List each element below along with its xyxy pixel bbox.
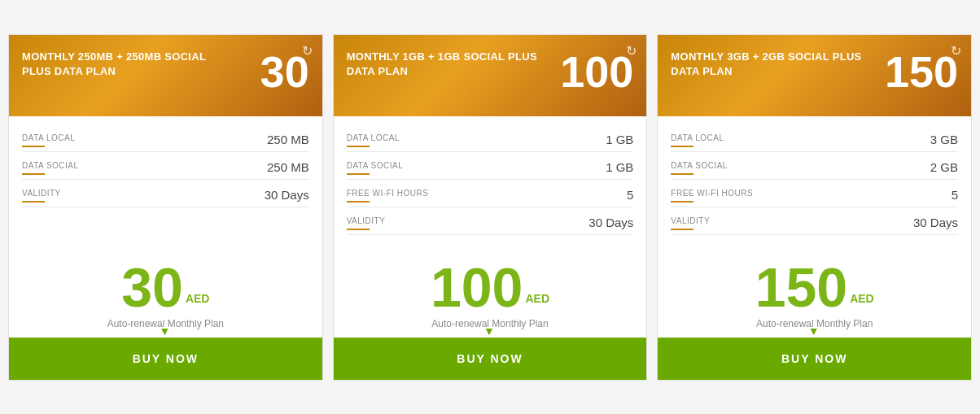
detail-value: 30 Days (265, 188, 309, 202)
card-details: DATA LOCAL250 MBDATA SOCIAL250 MBVALIDIT… (9, 116, 322, 243)
card-plan-150: ↻MONTHLY 3GB + 2GB SOCIAL PLUS DATA PLAN… (657, 34, 972, 381)
detail-label: FREE WI-FI HOURS (671, 189, 753, 201)
card-details: DATA LOCAL3 GBDATA SOCIAL2 GBFREE WI-FI … (658, 116, 971, 243)
detail-row: DATA SOCIAL2 GB (671, 152, 958, 180)
detail-label: DATA SOCIAL (347, 161, 404, 173)
price-currency: AED (850, 292, 874, 305)
detail-value: 2 GB (930, 160, 958, 174)
detail-row: DATA LOCAL250 MB (22, 124, 309, 152)
card-header: ↻MONTHLY 3GB + 2GB SOCIAL PLUS DATA PLAN… (658, 35, 971, 116)
detail-value: 5 (952, 188, 958, 202)
plan-header-number: 100 (560, 50, 633, 94)
card-plan-30: ↻MONTHLY 250MB + 250MB SOCIAL PLUS DATA … (8, 34, 323, 381)
detail-row: VALIDITY30 Days (671, 207, 958, 235)
price-number: 30 (121, 259, 183, 315)
price-section: 150AEDAuto-renewal Monthly Plan (658, 243, 971, 338)
detail-label: DATA LOCAL (22, 133, 75, 146)
detail-label: VALIDITY (347, 216, 386, 229)
detail-label: DATA LOCAL (347, 133, 400, 146)
detail-value: 250 MB (267, 133, 309, 146)
buy-now-button[interactable]: BUY NOW (658, 338, 971, 380)
buy-now-button[interactable]: BUY NOW (334, 338, 647, 380)
detail-label: FREE WI-FI HOURS (347, 189, 429, 201)
refresh-icon: ↻ (626, 43, 637, 59)
plan-header-number: 150 (885, 50, 958, 94)
detail-value: 30 Days (913, 216, 958, 229)
detail-row: DATA LOCAL3 GB (671, 124, 958, 152)
detail-value: 1 GB (606, 160, 633, 174)
detail-label: VALIDITY (22, 189, 61, 201)
price-number: 150 (755, 259, 847, 315)
detail-value: 5 (627, 188, 633, 202)
plan-title: MONTHLY 3GB + 2GB SOCIAL PLUS DATA PLAN (671, 50, 872, 79)
refresh-icon: ↻ (951, 43, 961, 59)
price-wrapper: 30AED (22, 259, 309, 315)
detail-value: 30 Days (588, 216, 633, 229)
price-number: 100 (431, 259, 523, 315)
card-header: ↻MONTHLY 250MB + 250MB SOCIAL PLUS DATA … (9, 35, 322, 116)
detail-label: VALIDITY (671, 216, 710, 229)
detail-value: 3 GB (930, 133, 958, 146)
detail-label: DATA LOCAL (671, 133, 724, 146)
price-wrapper: 150AED (671, 259, 958, 315)
price-section: 30AEDAuto-renewal Monthly Plan (9, 243, 322, 338)
card-details: DATA LOCAL1 GBDATA SOCIAL1 GBFREE WI-FI … (334, 116, 647, 243)
buy-now-button[interactable]: BUY NOW (9, 338, 322, 380)
price-section: 100AEDAuto-renewal Monthly Plan (334, 243, 647, 338)
detail-row: VALIDITY30 Days (22, 180, 309, 207)
refresh-icon: ↻ (302, 43, 313, 59)
detail-row: VALIDITY30 Days (347, 207, 634, 235)
price-currency: AED (186, 292, 210, 305)
pricing-cards: ↻MONTHLY 250MB + 250MB SOCIAL PLUS DATA … (8, 34, 972, 381)
card-header: ↻MONTHLY 1GB + 1GB SOCIAL PLUS DATA PLAN… (334, 35, 647, 116)
detail-value: 1 GB (606, 133, 633, 146)
detail-row: DATA SOCIAL1 GB (347, 152, 634, 180)
price-currency: AED (525, 292, 549, 305)
detail-label: DATA SOCIAL (671, 161, 728, 173)
detail-row: FREE WI-FI HOURS5 (347, 180, 634, 207)
card-plan-100: ↻MONTHLY 1GB + 1GB SOCIAL PLUS DATA PLAN… (333, 34, 648, 381)
plan-title: MONTHLY 250MB + 250MB SOCIAL PLUS DATA P… (22, 50, 223, 79)
detail-label: DATA SOCIAL (22, 161, 79, 173)
price-wrapper: 100AED (347, 259, 634, 315)
detail-row: DATA SOCIAL250 MB (22, 152, 309, 180)
detail-value: 250 MB (267, 160, 309, 174)
plan-title: MONTHLY 1GB + 1GB SOCIAL PLUS DATA PLAN (347, 50, 548, 79)
detail-row: DATA LOCAL1 GB (347, 124, 634, 152)
detail-row: FREE WI-FI HOURS5 (671, 180, 958, 207)
